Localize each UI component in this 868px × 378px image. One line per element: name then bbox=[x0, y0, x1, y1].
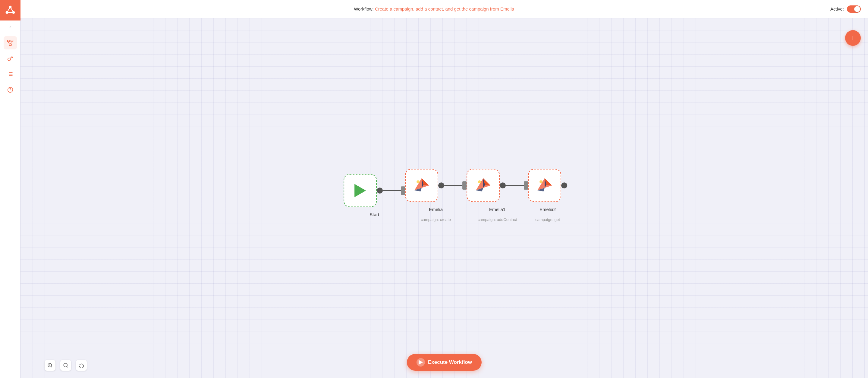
emelia1-icon bbox=[473, 176, 493, 195]
zoom-toolbar bbox=[44, 360, 87, 371]
node-emelia-sublabel: campaign: create bbox=[421, 217, 451, 222]
connector-rect-1 bbox=[401, 186, 405, 195]
logo[interactable] bbox=[0, 0, 21, 21]
node-emelia-label: Emelia bbox=[429, 207, 443, 212]
execute-workflow-button[interactable]: Execute Workflow bbox=[407, 354, 482, 371]
connector-dot-emelia-out bbox=[438, 182, 444, 188]
node-emelia2-label: Emelia2 bbox=[539, 207, 556, 212]
svg-rect-8 bbox=[9, 44, 11, 46]
svg-point-35 bbox=[539, 180, 542, 183]
workflow-prefix: Workflow: bbox=[354, 6, 374, 11]
node-wrapper-emelia2: Emelia2 campaign: get bbox=[528, 169, 567, 222]
sidebar-item-workflows[interactable] bbox=[4, 67, 17, 81]
node-emelia2-sublabel: campaign: get bbox=[535, 217, 560, 222]
node-emelia[interactable] bbox=[405, 169, 438, 202]
reset-zoom-button[interactable] bbox=[76, 360, 87, 371]
execute-play-icon bbox=[418, 360, 423, 365]
connector-line-3 bbox=[506, 185, 524, 186]
sidebar-item-credentials[interactable] bbox=[4, 52, 17, 65]
node-emelia1-label: Emelia1 bbox=[489, 207, 505, 212]
node-wrapper-emelia: Emelia campaign: create bbox=[405, 169, 467, 222]
main-area: Workflow: Create a campaign, add a conta… bbox=[21, 0, 868, 378]
node-emelia1-sublabel: campaign: addContact bbox=[478, 217, 517, 222]
svg-line-4 bbox=[10, 7, 13, 12]
svg-line-41 bbox=[67, 366, 67, 367]
node-emelia1[interactable] bbox=[467, 169, 500, 202]
workflow-title: Create a campaign, add a contact, and ge… bbox=[375, 6, 514, 11]
connector-dot-start-out bbox=[377, 188, 383, 193]
zoom-in-button[interactable] bbox=[44, 360, 56, 371]
zoom-out-button[interactable] bbox=[60, 360, 71, 371]
play-icon bbox=[354, 184, 366, 197]
node-start-label: Start bbox=[370, 212, 379, 217]
svg-line-3 bbox=[7, 7, 10, 12]
svg-point-25 bbox=[416, 180, 420, 183]
emelia2-icon bbox=[535, 176, 554, 195]
add-node-button[interactable]: + bbox=[845, 30, 861, 46]
connector-rect-2 bbox=[462, 181, 467, 190]
sidebar-item-network[interactable] bbox=[4, 36, 17, 50]
svg-line-37 bbox=[51, 366, 52, 367]
execute-workflow-label: Execute Workflow bbox=[428, 359, 472, 365]
sidebar: › bbox=[0, 0, 21, 378]
node-wrapper-emelia1: Emelia1 campaign: addContact bbox=[467, 169, 528, 222]
node-row-emelia1 bbox=[467, 169, 528, 202]
sidebar-item-help[interactable] bbox=[4, 83, 17, 96]
node-emelia2[interactable] bbox=[528, 169, 561, 202]
connector-dot-emelia2-out bbox=[561, 182, 567, 188]
connector-rect-3 bbox=[524, 181, 528, 190]
node-row-emelia bbox=[405, 169, 467, 202]
svg-point-30 bbox=[478, 180, 481, 183]
toggle-knob bbox=[854, 6, 860, 12]
header: Workflow: Create a campaign, add a conta… bbox=[21, 0, 868, 18]
emelia-icon bbox=[412, 176, 431, 195]
workflow-title-area: Workflow: Create a campaign, add a conta… bbox=[354, 6, 514, 11]
node-row-emelia2 bbox=[528, 169, 567, 202]
header-right: Active: bbox=[830, 5, 861, 13]
connector-line-2 bbox=[444, 185, 462, 186]
svg-rect-6 bbox=[7, 40, 9, 42]
sidebar-nav bbox=[4, 33, 17, 378]
workflow-canvas[interactable]: + Start bbox=[21, 18, 868, 378]
node-row-start bbox=[344, 174, 405, 207]
sidebar-toggle[interactable]: › bbox=[0, 21, 21, 33]
node-start[interactable] bbox=[344, 174, 377, 207]
execute-play-circle bbox=[416, 358, 425, 367]
node-wrapper-start: Start bbox=[344, 174, 405, 217]
active-label: Active: bbox=[830, 6, 844, 11]
connector-line-1 bbox=[383, 190, 401, 191]
active-toggle[interactable] bbox=[847, 5, 861, 13]
svg-rect-7 bbox=[10, 40, 13, 42]
connector-dot-emelia1-out bbox=[500, 182, 506, 188]
workflow-nodes: Start bbox=[344, 169, 567, 222]
